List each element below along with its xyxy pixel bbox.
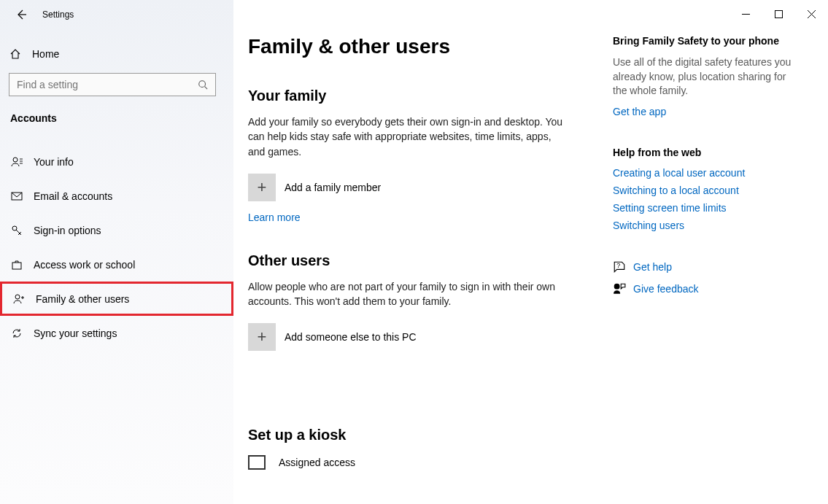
sidebar-item-work[interactable]: Access work or school	[0, 247, 233, 282]
add-other-button[interactable]: + Add someone else to this PC	[248, 323, 589, 351]
sync-icon	[10, 327, 23, 339]
kiosk-heading: Set up a kiosk	[248, 427, 589, 443]
help-link[interactable]: Creating a local user account	[613, 167, 795, 179]
add-family-button[interactable]: + Add a family member	[248, 174, 589, 201]
promo-desc: Use all of the digital safety features y…	[613, 55, 795, 98]
add-other-label: Add someone else to this PC	[285, 331, 417, 343]
briefcase-icon	[10, 259, 23, 271]
family-heading: Your family	[248, 88, 589, 104]
nav-list: Your info Email & accounts Sign-in optio…	[0, 144, 233, 350]
mail-icon	[10, 190, 23, 202]
sidebar-item-label: Email & accounts	[34, 190, 112, 202]
sidebar-item-your-info[interactable]: Your info	[0, 144, 233, 179]
search-icon	[198, 80, 208, 90]
learn-more-link[interactable]: Learn more	[248, 212, 301, 223]
support-links: ? Get help Give feedback	[613, 260, 795, 295]
sidebar-item-signin[interactable]: Sign-in options	[0, 213, 233, 247]
sidebar-item-label: Sign-in options	[34, 225, 101, 236]
help-icon: ?	[613, 260, 633, 274]
svg-rect-4	[12, 263, 21, 269]
help-title: Help from the web	[613, 147, 795, 158]
key-icon	[10, 225, 23, 236]
help-link[interactable]: Switching users	[613, 220, 795, 231]
add-family-label: Add a family member	[285, 182, 381, 193]
plus-icon: +	[248, 174, 276, 201]
maximize-icon	[775, 10, 783, 18]
promo-title: Bring Family Safety to your phone	[613, 35, 795, 47]
sidebar: Settings Home Accounts Your info Email &…	[0, 0, 233, 504]
sidebar-item-label: Sync your settings	[34, 327, 117, 339]
person-plus-icon	[12, 293, 26, 305]
help-from-web: Help from the web Creating a local user …	[613, 147, 795, 231]
home-icon	[9, 48, 22, 60]
window-title: Settings	[42, 9, 74, 20]
back-button[interactable]	[13, 7, 29, 23]
right-panel: Bring Family Safety to your phone Use al…	[613, 0, 810, 504]
svg-point-1	[13, 158, 18, 162]
svg-point-5	[15, 295, 20, 299]
assigned-access-button[interactable]: Assigned access	[248, 455, 589, 470]
others-desc: Allow people who are not part of your fa…	[248, 279, 569, 309]
sidebar-item-label: Your info	[34, 156, 74, 168]
search-container	[0, 66, 233, 108]
main-area: Family & other users Your family Add you…	[233, 0, 828, 504]
family-safety-promo: Bring Family Safety to your phone Use al…	[613, 35, 795, 117]
home-nav[interactable]: Home	[0, 42, 233, 66]
sidebar-section-heading: Accounts	[0, 108, 233, 131]
svg-rect-6	[775, 10, 783, 18]
others-heading: Other users	[248, 252, 589, 269]
sidebar-item-sync[interactable]: Sync your settings	[0, 316, 233, 350]
get-app-link[interactable]: Get the app	[613, 106, 666, 117]
minimize-button[interactable]	[730, 3, 762, 25]
titlebar: Settings	[0, 0, 233, 29]
page-title: Family & other users	[248, 35, 589, 58]
sidebar-item-family[interactable]: Family & other users	[0, 282, 233, 316]
help-link[interactable]: Setting screen time limits	[613, 202, 795, 214]
close-icon	[808, 10, 816, 18]
feedback-link[interactable]: Give feedback	[613, 282, 795, 295]
feedback-icon	[613, 282, 633, 295]
assigned-access-label: Assigned access	[279, 457, 355, 468]
home-label: Home	[32, 48, 59, 60]
sidebar-item-label: Family & other users	[36, 293, 129, 305]
get-help-link[interactable]: ? Get help	[613, 260, 795, 274]
plus-icon: +	[248, 323, 276, 351]
sidebar-item-label: Access work or school	[34, 259, 135, 271]
svg-point-0	[199, 81, 206, 88]
kiosk-icon	[248, 455, 266, 470]
maximize-button[interactable]	[762, 3, 795, 25]
search-input[interactable]	[17, 79, 198, 90]
svg-text:?: ?	[616, 262, 620, 269]
search-box[interactable]	[9, 73, 216, 96]
close-button[interactable]	[795, 3, 828, 25]
content: Family & other users Your family Add you…	[233, 0, 613, 504]
minimize-icon	[742, 10, 750, 18]
window-controls	[730, 0, 828, 28]
arrow-left-icon	[15, 9, 27, 20]
svg-point-8	[614, 284, 619, 289]
help-link[interactable]: Switching to a local account	[613, 185, 795, 196]
family-desc: Add your family so everybody gets their …	[248, 115, 569, 159]
sidebar-item-email[interactable]: Email & accounts	[0, 179, 233, 213]
person-icon	[10, 156, 23, 168]
